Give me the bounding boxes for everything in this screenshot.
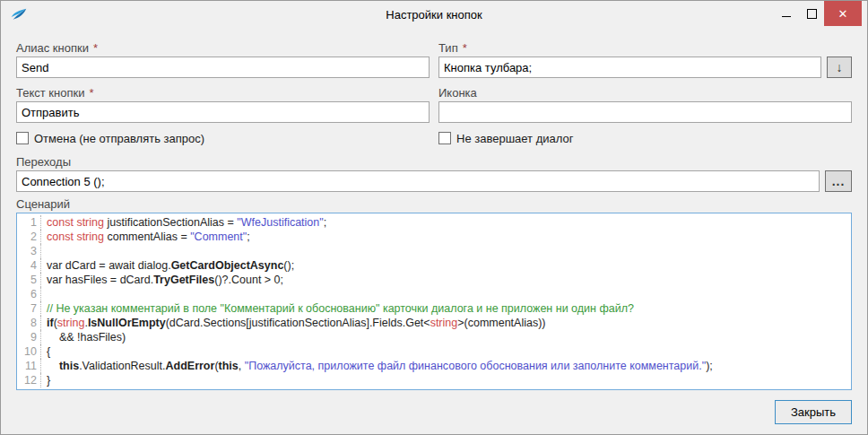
code-line: 6 [19, 287, 851, 301]
cancel-checkbox[interactable]: Отмена (не отправлять запрос) [16, 131, 430, 145]
code-line: 4var dCard = await dialog.GetCardObjectA… [19, 258, 851, 273]
line-number: 8 [19, 316, 41, 330]
code-text: { [47, 344, 50, 359]
line-number: 10 [19, 344, 41, 359]
icon-label-text: Иконка [438, 86, 477, 100]
checkbox-icon [438, 132, 451, 144]
required-mark: * [93, 41, 98, 55]
titlebar[interactable]: Настройки кнопок ✕ [1, 1, 867, 28]
minimize-icon [782, 16, 791, 17]
code-text: } [47, 373, 50, 387]
close-window-button[interactable]: ✕ [824, 1, 862, 26]
type-label-text: Тип [438, 41, 458, 55]
script-editor[interactable]: 1const string justificationSectionAlias … [16, 213, 852, 390]
icon-input[interactable] [438, 101, 852, 123]
code-line: 12} [19, 373, 851, 387]
code-line: 5var hasFiles = dCard.TryGetFiles()?.Cou… [19, 273, 851, 287]
type-label: Тип* [438, 41, 852, 55]
minimize-button[interactable] [774, 1, 799, 26]
cancel-checkbox-label: Отмена (не отправлять запрос) [34, 132, 204, 145]
transitions-label: Переходы [16, 155, 852, 169]
alias-field-group: Алиас кнопки* [16, 28, 430, 78]
button-text-input[interactable] [16, 101, 430, 123]
app-logo-icon [9, 5, 27, 23]
alias-input[interactable] [16, 57, 430, 78]
transitions-input[interactable] [16, 170, 820, 192]
code-line: 2const string commentAlias = "Comment"; [19, 230, 851, 244]
ellipsis-icon: ... [832, 177, 846, 186]
line-number: 4 [19, 258, 41, 273]
code-line: 9 && !hasFiles) [19, 330, 851, 344]
no-close-dialog-checkbox-label: Не завершает диалог [456, 132, 573, 145]
maximize-icon [807, 9, 817, 19]
type-input[interactable] [438, 57, 821, 78]
text-label: Текст кнопки* [16, 86, 430, 100]
close-dialog-button[interactable]: Закрыть [775, 400, 852, 424]
code-text: var dCard = await dialog.GetCardObjectAs… [47, 258, 294, 273]
line-number: 5 [19, 273, 41, 287]
code-text: const string commentAlias = "Comment"; [47, 230, 250, 244]
code-line: 8if(string.IsNullOrEmpty(dCard.Sections[… [19, 316, 851, 330]
code-text: if(string.IsNullOrEmpty(dCard.Sections[j… [47, 316, 546, 330]
line-number: 1 [19, 215, 41, 230]
dialog-window: Настройки кнопок ✕ Алиас кнопки* Тип* ↓ [0, 0, 868, 435]
icon-field-group: Иконка [438, 78, 852, 123]
script-lines: 1const string justificationSectionAlias … [19, 215, 851, 387]
close-icon: ✕ [838, 7, 848, 21]
checkbox-icon [16, 132, 29, 144]
footer: Закрыть [16, 400, 852, 424]
line-number: 9 [19, 330, 41, 344]
text-field-group: Текст кнопки* [16, 78, 430, 123]
required-mark: * [463, 41, 467, 55]
dialog-client-area: Алиас кнопки* Тип* ↓ Текст кнопки* [1, 28, 867, 424]
alias-label-text: Алиас кнопки [16, 41, 89, 55]
code-text: this.ValidationResult.AddError(this, "По… [47, 359, 713, 373]
alias-label: Алиас кнопки* [16, 41, 430, 55]
code-line: 10{ [19, 344, 851, 359]
required-mark: * [89, 86, 93, 100]
code-line: 7// Не указан комментарий в поле "Коммен… [19, 301, 851, 316]
type-dropdown-button[interactable]: ↓ [827, 57, 852, 78]
icon-label: Иконка [438, 86, 852, 100]
window-title: Настройки кнопок [1, 1, 867, 28]
arrow-down-icon: ↓ [837, 60, 843, 74]
code-line: 11 this.ValidationResult.AddError(this, … [19, 359, 851, 373]
code-text: const string justificationSectionAlias =… [47, 215, 326, 230]
line-number: 7 [19, 301, 41, 316]
text-label-text: Текст кнопки [16, 86, 84, 100]
code-line: 3 [19, 244, 851, 258]
line-number: 11 [19, 359, 41, 373]
line-number: 6 [19, 287, 41, 301]
line-number: 12 [19, 373, 41, 387]
type-field-group: Тип* ↓ [438, 28, 852, 78]
code-text: && !hasFiles) [47, 330, 126, 344]
code-text: // Не указан комментарий в поле "Коммент… [47, 301, 634, 316]
code-text: var hasFiles = dCard.TryGetFiles()?.Coun… [47, 273, 283, 287]
line-number: 3 [19, 244, 41, 258]
line-number: 2 [19, 230, 41, 244]
transitions-browse-button[interactable]: ... [825, 170, 852, 192]
code-line: 1const string justificationSectionAlias … [19, 215, 851, 230]
window-controls: ✕ [774, 1, 862, 26]
scenario-label: Сценарий [16, 197, 852, 211]
maximize-button[interactable] [799, 1, 824, 26]
no-close-dialog-checkbox[interactable]: Не завершает диалог [438, 131, 852, 145]
